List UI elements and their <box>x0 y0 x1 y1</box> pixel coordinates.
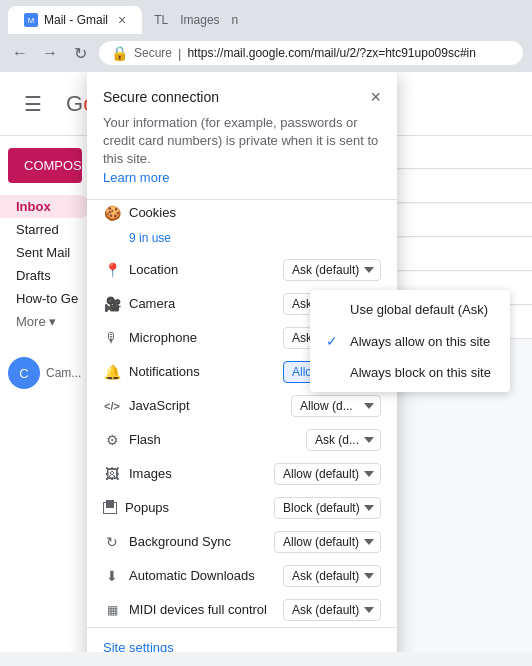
sidebar-item-howto[interactable]: How-to Ge <box>0 287 90 310</box>
url-text: https://mail.google.com/mail/u/2/?zx=htc… <box>187 46 511 60</box>
location-select[interactable]: Ask (default) Allow Block <box>283 259 381 281</box>
microphone-label: Microphone <box>129 330 275 345</box>
cookies-label: Cookies <box>129 205 381 220</box>
browser-chrome: M Mail - Gmail × TL Images n ← → ↻ 🔒 Sec… <box>0 0 532 72</box>
location-icon: 📍 <box>103 261 121 279</box>
camera-label: Camera <box>129 296 275 311</box>
popup-header: Secure connection × <box>87 72 397 114</box>
hamburger-icon[interactable]: ☰ <box>16 84 50 124</box>
flash-select[interactable]: Ask (d... Allow Block <box>306 429 381 451</box>
javascript-label: JavaScript <box>129 398 283 413</box>
midi-select[interactable]: Ask (default) Allow Block <box>283 599 381 621</box>
popups-select[interactable]: Block (default) Allow Ask <box>274 497 381 519</box>
flash-label: Flash <box>129 432 298 447</box>
sidebar-item-more[interactable]: More ▾ <box>0 310 90 333</box>
flash-icon: ⚙ <box>103 431 121 449</box>
tab-close-icon[interactable]: × <box>118 12 126 28</box>
reload-button[interactable]: ↻ <box>68 41 92 65</box>
sidebar-item-sent[interactable]: Sent Mail <box>0 241 90 264</box>
javascript-icon: </> <box>103 397 121 415</box>
dropdown-item-label: Always block on this site <box>350 365 491 380</box>
location-label: Location <box>129 262 275 277</box>
avatar[interactable]: C <box>8 357 40 389</box>
dropdown-item-global-default[interactable]: Use global default (Ask) <box>310 294 510 325</box>
tab-label: Mail - Gmail <box>44 13 108 27</box>
images-label: Images <box>129 466 266 481</box>
cookies-icon: 🍪 <box>103 204 121 222</box>
secure-label: Secure <box>134 46 172 60</box>
compose-button[interactable]: COMPOSE <box>8 148 82 183</box>
midi-label: MIDI devices full control <box>129 602 275 617</box>
dropdown-item-always-allow[interactable]: ✓ Always allow on this site <box>310 325 510 357</box>
auto-downloads-icon: ⬇ <box>103 567 121 585</box>
auto-downloads-label: Automatic Downloads <box>129 568 275 583</box>
sidebar: COMPOSE Inbox Starred Sent Mail Drafts H… <box>0 136 90 652</box>
address-bar[interactable]: 🔒 Secure | https://mail.google.com/mail/… <box>98 40 524 66</box>
cookies-row: 🍪 Cookies <box>87 200 397 230</box>
background-sync-select[interactable]: Allow (default) Ask Block <box>274 531 381 553</box>
dropdown-item-label: Always allow on this site <box>350 334 490 349</box>
javascript-select[interactable]: Allow (d... Ask (default) Block <box>291 395 381 417</box>
page-content: ☰ Google COMPOSE Inbox Starred Sent Mail… <box>0 72 532 652</box>
notifications-label: Notifications <box>129 364 275 379</box>
background-sync-label: Background Sync <box>129 534 266 549</box>
camera-icon: 🎥 <box>103 295 121 313</box>
cookies-count-row: 9 in use <box>87 230 397 253</box>
background-sync-icon: ↻ <box>103 533 121 551</box>
check-icon: ✓ <box>326 333 342 349</box>
sidebar-item-starred[interactable]: Starred <box>0 218 90 241</box>
tab-tl[interactable]: TL <box>154 13 168 27</box>
popup-title: Secure connection <box>103 89 219 105</box>
notifications-dropdown: Use global default (Ask) ✓ Always allow … <box>310 290 510 392</box>
permission-row-images: 🖼 Images Allow (default) Ask Block <box>87 457 397 491</box>
cookies-count[interactable]: 9 in use <box>129 231 171 245</box>
tab-favicon: M <box>24 13 38 27</box>
learn-more-link[interactable]: Learn more <box>103 170 169 185</box>
microphone-icon: 🎙 <box>103 329 121 347</box>
dropdown-item-label: Use global default (Ask) <box>350 302 488 317</box>
dropdown-item-always-block[interactable]: Always block on this site <box>310 357 510 388</box>
permission-row-auto-downloads: ⬇ Automatic Downloads Ask (default) Allo… <box>87 559 397 593</box>
user-name: Cam... <box>46 366 81 380</box>
user-avatar-section: C Cam... <box>0 341 90 405</box>
images-icon: 🖼 <box>103 465 121 483</box>
permission-row-flash: ⚙ Flash Ask (d... Allow Block <box>87 423 397 457</box>
nav-bar: ← → ↻ 🔒 Secure | https://mail.google.com… <box>0 34 532 72</box>
sidebar-item-inbox[interactable]: Inbox <box>0 195 90 218</box>
site-settings-link[interactable]: Site settings <box>87 627 397 652</box>
tab-images[interactable]: Images <box>180 13 219 27</box>
active-tab[interactable]: M Mail - Gmail × <box>8 6 142 34</box>
lock-icon: 🔒 <box>111 45 128 61</box>
notifications-icon: 🔔 <box>103 363 121 381</box>
auto-downloads-select[interactable]: Ask (default) Allow Block <box>283 565 381 587</box>
sidebar-item-drafts[interactable]: Drafts <box>0 264 90 287</box>
permission-row-javascript: </> JavaScript Allow (d... Ask (default)… <box>87 389 397 423</box>
tab-n[interactable]: n <box>232 13 239 27</box>
permission-row-midi: ▦ MIDI devices full control Ask (default… <box>87 593 397 627</box>
images-select[interactable]: Allow (default) Ask Block <box>274 463 381 485</box>
midi-icon: ▦ <box>103 601 121 619</box>
permission-row-background-sync: ↻ Background Sync Allow (default) Ask Bl… <box>87 525 397 559</box>
popup-close-button[interactable]: × <box>370 88 381 106</box>
permission-row-location: 📍 Location Ask (default) Allow Block <box>87 253 397 287</box>
popups-label: Popups <box>125 500 266 515</box>
forward-button[interactable]: → <box>38 41 62 65</box>
permission-row-popups: Popups Block (default) Allow Ask <box>87 491 397 525</box>
popups-icon <box>103 502 117 514</box>
popup-description: Your information (for example, passwords… <box>87 114 397 199</box>
back-button[interactable]: ← <box>8 41 32 65</box>
